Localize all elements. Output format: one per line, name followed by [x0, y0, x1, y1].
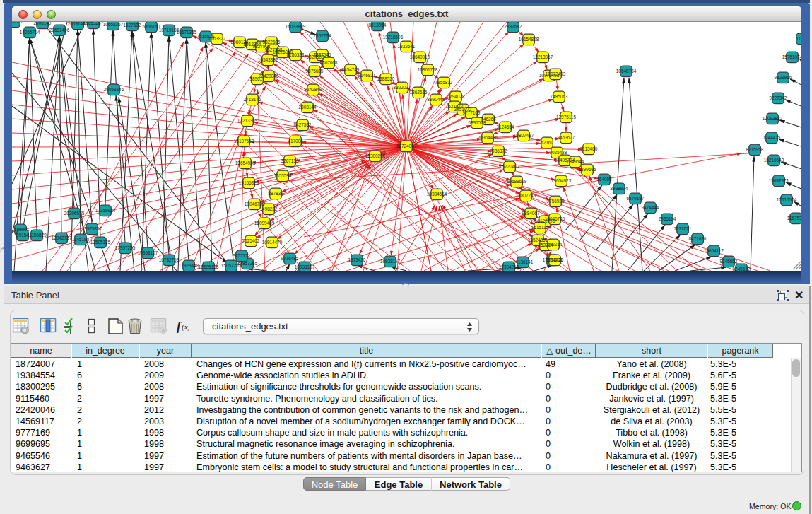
- svg-text:17334268: 17334268: [499, 264, 519, 269]
- svg-text:1353594: 1353594: [274, 173, 292, 178]
- svg-text:5322605: 5322605: [263, 40, 281, 45]
- svg-text:10654112: 10654112: [704, 248, 724, 253]
- svg-text:14136141: 14136141: [513, 259, 534, 264]
- svg-text:8186323: 8186323: [287, 52, 305, 57]
- svg-text:9227342: 9227342: [770, 95, 787, 100]
- svg-text:1685001: 1685001: [12, 227, 30, 232]
- svg-text:12213967: 12213967: [533, 54, 553, 59]
- svg-text:7485063: 7485063: [551, 94, 568, 99]
- svg-text:10046746: 10046746: [545, 216, 565, 221]
- svg-text:7632621: 7632621: [674, 226, 692, 231]
- svg-text:19166825: 19166825: [239, 180, 259, 185]
- svg-text:11121: 11121: [796, 36, 801, 41]
- svg-text:1615112: 1615112: [531, 225, 549, 230]
- svg-text:9777169: 9777169: [463, 110, 481, 115]
- svg-text:10938107: 10938107: [295, 264, 315, 269]
- svg-text:9245652: 9245652: [720, 259, 738, 264]
- svg-text:12505135: 12505135: [199, 264, 219, 269]
- svg-text:2009140: 2009140: [34, 22, 52, 25]
- svg-text:9474444: 9474444: [642, 205, 659, 210]
- svg-text:12213369: 12213369: [237, 118, 258, 123]
- svg-text:20691406: 20691406: [49, 28, 70, 33]
- svg-text:16938117: 16938117: [380, 259, 400, 264]
- svg-text:6899695: 6899695: [579, 167, 596, 172]
- svg-text:2387682: 2387682: [505, 24, 522, 29]
- svg-text:2367608: 2367608: [320, 60, 338, 65]
- svg-text:10025438: 10025438: [547, 150, 567, 155]
- svg-text:9463627: 9463627: [558, 135, 575, 140]
- svg-text:17957265: 17957265: [237, 261, 258, 266]
- svg-text:15751074: 15751074: [782, 54, 801, 59]
- svg-text:887833: 887833: [268, 191, 283, 196]
- svg-text:7625402: 7625402: [242, 238, 260, 243]
- svg-text:20206575: 20206575: [64, 211, 85, 216]
- svg-text:1145194: 1145194: [72, 237, 90, 242]
- svg-text:9875685: 9875685: [306, 69, 324, 74]
- svg-text:17016504: 17016504: [777, 197, 797, 202]
- svg-text:11156829: 11156829: [27, 233, 47, 238]
- svg-text:164095: 164095: [596, 177, 612, 182]
- svg-text:1498222: 1498222: [260, 206, 278, 211]
- svg-text:8990448: 8990448: [428, 97, 445, 102]
- svg-text:1244415: 1244415: [763, 135, 781, 140]
- svg-text:19384554: 19384554: [427, 192, 447, 197]
- svg-text:1406571: 1406571: [12, 22, 23, 24]
- svg-text:19654923: 19654923: [551, 178, 572, 183]
- svg-text:15720407: 15720407: [500, 164, 520, 169]
- svg-text:6879197: 6879197: [627, 196, 645, 201]
- svg-text:1388520: 1388520: [377, 76, 395, 81]
- svg-text:17957255: 17957255: [115, 245, 136, 250]
- svg-text:16961758: 16961758: [418, 67, 438, 72]
- svg-text:12942737: 12942737: [52, 235, 72, 240]
- svg-text:10688609: 10688609: [507, 179, 527, 184]
- svg-text:2935114: 2935114: [659, 216, 676, 221]
- svg-text:15692971: 15692971: [769, 178, 789, 183]
- svg-text:16099489: 16099489: [254, 221, 275, 226]
- svg-text:7986372: 7986372: [490, 148, 507, 153]
- svg-text:12923448: 12923448: [179, 263, 199, 268]
- svg-text:18300295: 18300295: [365, 153, 386, 158]
- svg-text:18640910: 18640910: [410, 54, 430, 59]
- svg-text:16107553: 16107553: [234, 139, 254, 144]
- svg-text:8813054: 8813054: [369, 23, 387, 28]
- svg-text:7955812: 7955812: [435, 80, 453, 85]
- svg-text:19975857: 19975857: [82, 226, 102, 231]
- svg-text:10653267: 10653267: [103, 22, 124, 27]
- svg-text:16914479: 16914479: [262, 240, 283, 245]
- svg-text:12505135: 12505135: [90, 240, 111, 245]
- svg-text:10653267: 10653267: [83, 22, 104, 25]
- svg-text:1332541: 1332541: [398, 44, 416, 49]
- svg-text:12093822: 12093822: [763, 116, 783, 121]
- svg-text:9716485: 9716485: [281, 256, 299, 261]
- svg-text:10958107: 10958107: [138, 250, 158, 255]
- svg-text:9329966: 9329966: [775, 75, 792, 80]
- svg-text:1733426: 1733426: [546, 257, 564, 262]
- svg-text:8215958: 8215958: [746, 147, 764, 152]
- svg-text:6966160: 6966160: [143, 24, 160, 29]
- svg-text:16210643: 16210643: [764, 158, 784, 163]
- svg-text:16154808: 16154808: [519, 37, 539, 42]
- svg-text:1349544: 1349544: [567, 159, 584, 164]
- svg-text:6794028: 6794028: [447, 94, 465, 99]
- svg-text:18807249: 18807249: [516, 193, 536, 198]
- svg-text:8427552: 8427552: [294, 122, 312, 127]
- svg-text:10046738: 10046738: [245, 201, 265, 206]
- svg-text:14055714: 14055714: [20, 30, 40, 35]
- svg-text:18724007: 18724007: [396, 144, 417, 148]
- svg-text:8322037: 8322037: [394, 85, 411, 90]
- svg-text:7357224: 7357224: [314, 33, 331, 38]
- svg-text:17359924: 17359924: [95, 208, 116, 213]
- svg-text:9242848: 9242848: [305, 87, 322, 92]
- svg-text:8471626: 8471626: [689, 236, 707, 241]
- svg-text:3267130: 3267130: [281, 158, 299, 163]
- svg-text:2718176: 2718176: [244, 97, 261, 102]
- svg-text:9146821: 9146821: [358, 73, 376, 78]
- svg-text:19654935: 19654935: [235, 160, 256, 165]
- svg-text:2887546: 2887546: [314, 52, 331, 57]
- svg-text:10973493: 10973493: [546, 71, 566, 76]
- svg-text:(x): (x): [182, 322, 189, 332]
- svg-text:2803144: 2803144: [299, 105, 317, 110]
- svg-text:1167533: 1167533: [787, 216, 801, 221]
- svg-text:989617: 989617: [249, 76, 265, 81]
- svg-text:12975115: 12975115: [556, 115, 576, 119]
